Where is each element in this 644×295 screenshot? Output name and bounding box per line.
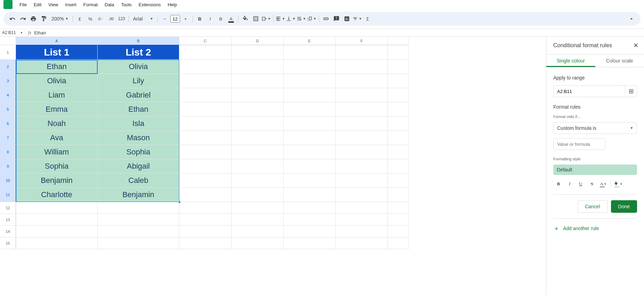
row-header[interactable]: 3 — [0, 74, 16, 88]
cell[interactable] — [388, 214, 409, 226]
cell[interactable] — [388, 237, 409, 249]
cell[interactable] — [179, 45, 231, 60]
cell[interactable] — [336, 45, 388, 60]
cell[interactable] — [179, 74, 231, 88]
cell[interactable] — [284, 226, 336, 237]
increase-decimal-button[interactable]: .00 — [106, 14, 116, 24]
cell[interactable] — [231, 88, 284, 102]
menu-tools[interactable]: Tools — [117, 1, 135, 9]
wrap-button[interactable]: ▼ — [296, 14, 306, 24]
cell[interactable] — [336, 202, 388, 214]
cell[interactable] — [388, 45, 409, 60]
cell[interactable] — [284, 60, 336, 74]
cell[interactable]: Olivia — [16, 74, 98, 88]
h-align-button[interactable]: ▼ — [276, 14, 285, 24]
cell[interactable] — [231, 174, 284, 188]
link-button[interactable] — [321, 14, 331, 24]
paint-format-button[interactable] — [39, 14, 49, 24]
cell[interactable] — [388, 117, 409, 131]
chart-button[interactable] — [342, 14, 352, 24]
cell[interactable]: Lily — [98, 74, 179, 88]
row-header[interactable]: 14 — [0, 226, 16, 237]
cell[interactable] — [336, 60, 388, 74]
cell[interactable] — [231, 188, 284, 202]
cell[interactable] — [179, 102, 231, 117]
decrease-font-button[interactable]: − — [160, 14, 170, 24]
cell[interactable] — [179, 202, 231, 214]
cell[interactable] — [388, 188, 409, 202]
cell[interactable]: Sophia — [98, 145, 179, 159]
formula-value-input[interactable] — [553, 138, 605, 150]
add-another-rule-button[interactable]: ＋ Add another rule — [553, 218, 637, 233]
italic-button[interactable]: I — [205, 14, 215, 24]
column-header-g[interactable] — [388, 37, 409, 45]
cell[interactable] — [179, 159, 231, 174]
cell[interactable]: Charlotte — [16, 188, 98, 202]
menu-insert[interactable]: Insert — [62, 1, 80, 9]
merge-button[interactable]: ▼ — [261, 14, 271, 24]
cell[interactable] — [231, 102, 284, 117]
cell[interactable]: Benjamin — [16, 174, 98, 188]
cell[interactable] — [388, 145, 409, 159]
cell[interactable] — [231, 74, 284, 88]
cell[interactable] — [284, 74, 336, 88]
rotate-button[interactable]: ▼ — [307, 14, 317, 24]
cell[interactable] — [336, 226, 388, 237]
borders-button[interactable] — [251, 14, 261, 24]
zoom-dropdown[interactable]: 200%▼ — [49, 16, 71, 22]
close-sidebar-button[interactable]: ✕ — [633, 42, 638, 49]
cell[interactable] — [179, 60, 231, 74]
cell-a1[interactable]: List 1 — [16, 45, 98, 60]
cell[interactable] — [336, 131, 388, 145]
column-header-c[interactable]: C — [179, 37, 231, 45]
fill-color-button[interactable] — [241, 14, 250, 24]
cell[interactable]: Ava — [16, 131, 98, 145]
cell[interactable]: Mason — [98, 131, 179, 145]
name-box[interactable]: A2:B11▼ — [0, 30, 25, 35]
cell[interactable] — [388, 174, 409, 188]
column-header-f[interactable]: F — [336, 37, 388, 45]
cell[interactable] — [284, 102, 336, 117]
cell[interactable]: Caleb — [98, 174, 179, 188]
cell[interactable] — [98, 202, 179, 214]
default-style-chip[interactable]: Default — [553, 165, 637, 175]
cell[interactable] — [336, 174, 388, 188]
cell[interactable] — [231, 214, 284, 226]
cell[interactable]: Emma — [16, 102, 98, 117]
menu-data[interactable]: Data — [101, 1, 117, 9]
cell[interactable] — [231, 226, 284, 237]
column-header-a[interactable]: A — [16, 37, 98, 45]
cell[interactable]: Ethan — [98, 102, 179, 117]
cell[interactable] — [388, 102, 409, 117]
cell[interactable] — [336, 88, 388, 102]
cell[interactable] — [179, 117, 231, 131]
cell[interactable] — [336, 159, 388, 174]
column-header-d[interactable]: D — [231, 37, 284, 45]
menu-format[interactable]: Format — [80, 1, 101, 9]
percent-button[interactable]: % — [85, 14, 95, 24]
cell[interactable] — [336, 102, 388, 117]
spreadsheet-grid[interactable]: A B C D E F 1 List 1 List 2 — [0, 37, 546, 295]
style-bold-button[interactable]: B — [553, 179, 564, 189]
cell[interactable] — [388, 88, 409, 102]
filter-button[interactable]: ▼ — [352, 14, 362, 24]
cell[interactable]: Noah — [16, 117, 98, 131]
increase-font-button[interactable]: + — [181, 14, 190, 24]
row-header[interactable]: 4 — [0, 88, 16, 102]
v-align-button[interactable]: ▼ — [286, 14, 296, 24]
cell[interactable] — [179, 214, 231, 226]
row-header[interactable]: 11 — [0, 188, 16, 202]
cell[interactable] — [336, 237, 388, 249]
row-header[interactable]: 10 — [0, 174, 16, 188]
cell[interactable]: Gabriel — [98, 88, 179, 102]
cell[interactable] — [284, 88, 336, 102]
cell[interactable] — [388, 60, 409, 74]
cell[interactable] — [336, 214, 388, 226]
cell[interactable] — [231, 237, 284, 249]
cell[interactable]: Benjamin — [98, 188, 179, 202]
menu-file[interactable]: File — [16, 1, 30, 9]
cell[interactable] — [336, 145, 388, 159]
cell[interactable] — [336, 188, 388, 202]
selection-handle[interactable] — [178, 201, 181, 203]
row-header[interactable]: 2 — [0, 60, 16, 74]
